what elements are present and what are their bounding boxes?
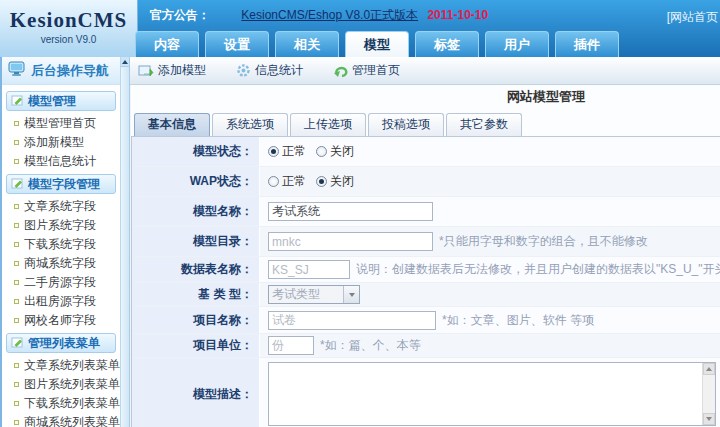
bullet-icon [14,363,19,368]
field-label: 数据表名称： [132,257,260,282]
add-model-button[interactable]: 添加模型 [138,62,206,79]
bullet-icon [14,280,19,285]
scroll-up-arrow-icon[interactable] [703,363,715,375]
table-name-input[interactable] [268,260,350,279]
sidebar-item-image-fields[interactable]: 图片系统字段 [5,216,117,235]
site-home-link[interactable]: [网站首页 [667,9,718,26]
info-stats-button[interactable]: 信息统计 [236,62,303,79]
manage-home-icon [333,64,348,78]
bullet-icon [14,159,19,164]
model-desc-textarea[interactable] [268,362,716,426]
announcement-label: 官方公告： [150,8,210,22]
row-model-name: 模型名称： [132,197,720,227]
toolbar: 添加模型 信息统计 管理首页 [130,57,720,85]
sidebar-item-image-list-menu[interactable]: 图片系统列表菜单 [5,375,117,394]
sidebar-item-model-stats[interactable]: 模型信息统计 [5,152,117,171]
main-nav-tabs: 内容 设置 相关 模型 标签 用户 插件 [135,31,619,57]
radio-unchecked-icon[interactable] [316,146,327,157]
row-wap-status: WAP状态： 正常 关闭 [132,167,720,197]
row-model-desc: 模型描述： [132,358,720,427]
sidebar-item-label: 网校名师字段 [24,312,96,329]
nav-tab-plugins[interactable]: 插件 [555,31,619,57]
sidebar-item-secondhand-fields[interactable]: 二手房源字段 [5,273,117,292]
sidebar-section-model-management[interactable]: 模型管理 [6,91,116,111]
sidebar-item-mall-fields[interactable]: 商城系统字段 [5,254,117,273]
row-table-name: 数据表名称： 说明：创建数据表后无法修改，并且用户创建的数据表以"KS_U_"开… [132,257,720,283]
model-status-normal-option[interactable]: 正常 [268,143,306,160]
sidebar-item-model-home[interactable]: 模型管理首页 [5,114,117,133]
announcement-bar: 官方公告： KesionCMS/Eshop V8.0正式版本 2011-10-1… [150,7,488,23]
field-label: 模型状态： [132,137,260,166]
sidebar-item-label: 文章系统列表菜单 [24,357,120,374]
sidebar-item-download-list-menu[interactable]: 下载系统列表菜单 [5,394,117,413]
wap-status-radio-group: 正常 关闭 [268,173,354,190]
sidebar-item-school-fields[interactable]: 网校名师字段 [5,311,117,330]
manage-home-button[interactable]: 管理首页 [333,62,400,79]
sidebar-title: 后台操作导航 [31,62,109,80]
bullet-icon [14,261,19,266]
sidebar-item-label: 下载系统字段 [24,236,96,253]
field-label: WAP状态： [132,167,260,196]
nav-tab-settings[interactable]: 设置 [205,31,269,57]
nav-tab-related[interactable]: 相关 [275,31,339,57]
sidebar-scrollbar[interactable] [120,57,129,427]
announcement-date: 2011-10-10 [427,8,488,22]
announcement-link[interactable]: KesionCMS/Eshop V8.0正式版本 [241,8,418,22]
model-status-radio-group: 正常 关闭 [268,143,354,160]
sidebar-section-label: 管理列表菜单 [28,335,100,352]
nav-tab-model[interactable]: 模型 [345,31,409,57]
item-name-hint: *如：文章、图片、软件 等项 [442,312,594,329]
tab-upload-options[interactable]: 上传选项 [290,113,366,136]
sidebar-section-list-menus[interactable]: 管理列表菜单 [6,333,116,353]
radio-checked-icon[interactable] [268,146,279,157]
chevron-down-icon[interactable] [343,286,359,303]
app-logo: KesionCMS version V9.0 [0,0,138,57]
nav-tab-users[interactable]: 用户 [485,31,549,57]
item-unit-hint: *如：篇、个、本等 [320,337,421,354]
sidebar-item-article-fields[interactable]: 文章系统字段 [5,197,117,216]
sidebar-item-download-fields[interactable]: 下载系统字段 [5,235,117,254]
radio-checked-icon[interactable] [316,176,327,187]
sidebar-item-label: 图片系统字段 [24,217,96,234]
table-name-hint: 说明：创建数据表后无法修改，并且用户创建的数据表以"KS_U_"开头 [356,261,720,278]
sidebar-item-add-model[interactable]: 添加新模型 [5,133,117,152]
item-unit-input[interactable] [268,336,314,355]
tab-system-options[interactable]: 系统选项 [212,113,288,136]
sidebar-section-model-fields[interactable]: 模型字段管理 [6,174,116,194]
bullet-icon [14,121,19,126]
wap-status-closed-option[interactable]: 关闭 [316,173,354,190]
textarea-scrollbar[interactable] [702,363,715,425]
sidebar-header: 后台操作导航 [2,57,129,85]
item-name-input[interactable] [268,311,436,330]
sidebar-item-label: 模型信息统计 [24,153,96,170]
sidebar: 后台操作导航 模型管理 模型管理首页 添加新模型 模型信息统计 [0,57,130,427]
field-label: 基 类 型： [132,283,260,306]
nav-tab-content[interactable]: 内容 [135,31,199,57]
scroll-down-arrow-icon[interactable] [703,413,715,425]
sidebar-item-article-list-menu[interactable]: 文章系统列表菜单 [5,356,117,375]
sidebar-item-mall-list-menu[interactable]: 商城系统列表菜单 [5,413,117,427]
bullet-icon [14,401,19,406]
field-label: 项目名称： [132,307,260,333]
model-status-closed-option[interactable]: 关闭 [316,143,354,160]
tab-basic-info[interactable]: 基本信息 [134,113,210,136]
base-type-value: 考试类型 [269,286,343,303]
row-model-status: 模型状态： 正常 关闭 [132,137,720,167]
page-title: 网站模型管理 [131,85,720,109]
radio-unchecked-icon[interactable] [268,176,279,187]
scroll-up-arrow-icon[interactable] [121,57,129,67]
radio-label: 正常 [282,173,306,190]
tab-submit-options[interactable]: 投稿选项 [368,113,444,136]
bullet-icon [14,140,19,145]
nav-tab-tags[interactable]: 标签 [415,31,479,57]
pencil-icon [11,177,24,192]
row-item-unit: 项目单位： *如：篇、个、本等 [132,334,720,358]
wap-status-normal-option[interactable]: 正常 [268,173,306,190]
stats-gear-icon [236,63,251,78]
sidebar-item-rent-fields[interactable]: 出租房源字段 [5,292,117,311]
tab-other-params[interactable]: 其它参数 [446,113,522,136]
base-type-select[interactable]: 考试类型 [268,285,360,304]
model-dir-input[interactable] [268,232,433,251]
add-model-label: 添加模型 [158,62,206,79]
model-name-input[interactable] [268,202,433,221]
